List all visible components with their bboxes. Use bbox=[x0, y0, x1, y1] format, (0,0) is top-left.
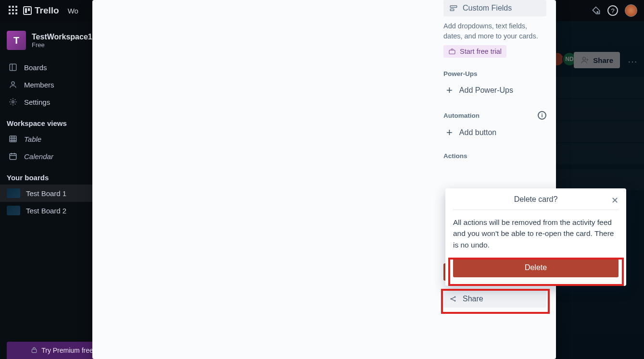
calendar-icon bbox=[9, 152, 17, 161]
svg-rect-2 bbox=[10, 64, 16, 71]
briefcase-icon bbox=[448, 48, 456, 55]
help-icon[interactable]: ? bbox=[607, 5, 618, 16]
svg-rect-5 bbox=[10, 136, 16, 142]
add-button-button[interactable]: + Add button bbox=[443, 124, 546, 141]
trello-logo[interactable]: Trello bbox=[23, 5, 59, 16]
board-icon bbox=[9, 63, 17, 72]
confirm-delete-button[interactable]: Delete bbox=[453, 258, 619, 277]
premium-icon bbox=[31, 347, 38, 354]
card-modal: Custom Fields Add dropdowns, text fields… bbox=[92, 0, 556, 359]
board-name: Test Board 2 bbox=[26, 207, 66, 215]
delete-card-popover: Delete card? ✕ All actions will be remov… bbox=[445, 188, 626, 286]
svg-line-15 bbox=[452, 299, 454, 301]
custom-fields-button[interactable]: Custom Fields bbox=[443, 0, 546, 16]
board-name: Test Board 1 bbox=[26, 189, 66, 198]
svg-point-13 bbox=[455, 300, 456, 302]
trello-logo-icon bbox=[23, 6, 32, 15]
svg-rect-7 bbox=[32, 349, 37, 353]
svg-point-11 bbox=[451, 298, 452, 300]
svg-rect-10 bbox=[449, 50, 455, 54]
tag-icon[interactable] bbox=[591, 6, 601, 15]
sidebar-label: Calendar bbox=[24, 152, 53, 161]
share-icon bbox=[449, 295, 457, 303]
actions-heading: Actions bbox=[443, 152, 546, 160]
plus-icon: + bbox=[446, 129, 453, 136]
popover-title: Delete card? ✕ bbox=[453, 195, 619, 210]
svg-rect-8 bbox=[450, 6, 457, 8]
svg-point-12 bbox=[455, 297, 456, 298]
trello-logo-text: Trello bbox=[35, 5, 59, 16]
svg-point-3 bbox=[12, 82, 14, 85]
board-thumbnail bbox=[7, 206, 20, 215]
apps-switcher-icon[interactable] bbox=[9, 6, 18, 15]
svg-point-4 bbox=[12, 101, 14, 103]
svg-point-1 bbox=[597, 12, 598, 13]
workspaces-dropdown[interactable]: Wo bbox=[68, 7, 78, 15]
board-thumbnail bbox=[7, 188, 20, 198]
start-free-trial-button[interactable]: Start free trial bbox=[443, 45, 506, 58]
add-powerups-button[interactable]: + Add Power-Ups bbox=[443, 82, 546, 99]
svg-rect-6 bbox=[10, 154, 16, 160]
workspace-badge: T bbox=[7, 31, 26, 50]
sidebar-label: Members bbox=[24, 81, 54, 89]
popover-body: All actions will be removed from the act… bbox=[453, 210, 619, 258]
automation-heading: Automation i bbox=[443, 111, 546, 120]
add-button-label: Add button bbox=[459, 128, 496, 137]
sidebar-label: Boards bbox=[24, 63, 47, 72]
share-action-button[interactable]: Share bbox=[443, 290, 546, 308]
custom-fields-icon bbox=[449, 4, 458, 12]
plus-icon: + bbox=[446, 87, 453, 93]
close-icon[interactable]: ✕ bbox=[611, 195, 619, 206]
custom-fields-description: Add dropdowns, text fields, dates, and m… bbox=[443, 21, 546, 41]
user-avatar[interactable] bbox=[625, 4, 637, 17]
share-label: Share bbox=[463, 295, 483, 303]
workspace-name: TestWorkspace1 bbox=[32, 33, 92, 41]
start-trial-label: Start free trial bbox=[460, 48, 502, 55]
powerups-heading: Power-Ups bbox=[443, 70, 546, 77]
add-powerups-label: Add Power-Ups bbox=[459, 86, 513, 95]
info-icon[interactable]: i bbox=[538, 111, 546, 120]
workspace-plan: Free bbox=[32, 41, 92, 49]
premium-label: Try Premium free bbox=[41, 347, 93, 354]
svg-rect-9 bbox=[450, 9, 454, 11]
gear-icon bbox=[9, 98, 17, 106]
table-icon bbox=[9, 135, 17, 143]
sidebar-label: Settings bbox=[24, 98, 50, 106]
members-icon bbox=[9, 80, 17, 89]
svg-line-14 bbox=[452, 297, 454, 299]
sidebar-label: Table bbox=[24, 135, 41, 143]
custom-fields-label: Custom Fields bbox=[463, 4, 512, 12]
